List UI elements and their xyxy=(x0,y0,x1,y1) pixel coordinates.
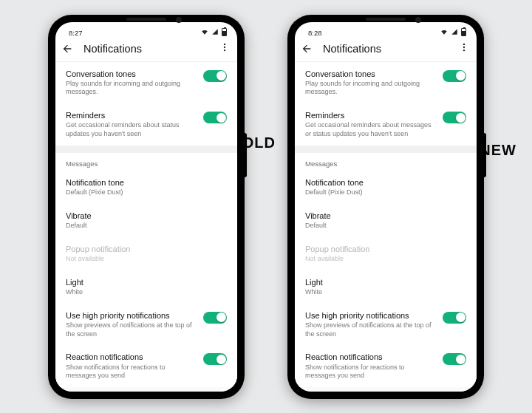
signal-icon xyxy=(211,28,219,37)
wifi-icon xyxy=(440,28,448,37)
reminders-row[interactable]: Reminders Get occasional reminders about… xyxy=(55,103,237,146)
row-title: Use high priority notifications xyxy=(305,310,435,321)
wifi-icon xyxy=(201,28,208,37)
row-title: Conversation tones xyxy=(66,69,196,79)
page-title: Notifications xyxy=(83,43,208,55)
conversation-tones-row[interactable]: Conversation tones Play sounds for incom… xyxy=(55,62,237,104)
signal-icon xyxy=(451,28,458,37)
row-subtitle: Get occasional reminders about status up… xyxy=(66,121,196,138)
overflow-menu-icon[interactable] xyxy=(457,42,471,55)
row-subtitle: Play sounds for incoming and outgoing me… xyxy=(66,80,196,97)
section-header-messages: Messages xyxy=(295,153,477,171)
reminders-row[interactable]: Reminders Get occasional reminders about… xyxy=(295,103,477,146)
row-title: Popup notification xyxy=(305,244,466,254)
badge-new: NEW xyxy=(480,142,516,159)
reaction-notifications-row[interactable]: Reaction notifications Show notification… xyxy=(55,345,237,387)
notification-tone-row[interactable]: Notification tone Default (Pixie Dust) xyxy=(55,171,237,204)
conversation-tones-toggle[interactable] xyxy=(203,70,227,82)
light-row[interactable]: Light White xyxy=(295,270,477,304)
row-title: Reminders xyxy=(305,110,435,120)
reaction-toggle[interactable] xyxy=(443,353,466,365)
status-time: 8:27 xyxy=(69,29,83,37)
reaction-toggle[interactable] xyxy=(203,353,227,365)
row-title: Reaction notifications xyxy=(305,352,435,362)
row-subtitle: Play sounds for incoming and outgoing me… xyxy=(305,80,435,97)
row-title: Light xyxy=(66,277,227,287)
battery-icon xyxy=(222,28,227,36)
svg-point-1 xyxy=(224,47,225,48)
svg-point-2 xyxy=(224,50,225,51)
phone-old: 8:27 Notifications Conversation tones Pl… xyxy=(48,15,245,399)
reaction-notifications-row[interactable]: Reaction notifications Show notification… xyxy=(295,345,477,387)
page-title: Notifications xyxy=(323,43,447,55)
row-subtitle: Default xyxy=(66,222,227,231)
vibrate-row[interactable]: Vibrate Default xyxy=(55,204,237,237)
row-subtitle: White xyxy=(66,288,227,297)
back-arrow-icon[interactable] xyxy=(61,43,73,55)
status-bar: 8:27 xyxy=(55,22,237,37)
row-subtitle: Default (Pixie Dust) xyxy=(66,188,227,197)
reminders-toggle[interactable] xyxy=(443,112,466,123)
row-title: Popup notification xyxy=(66,244,227,254)
row-subtitle: Show previews of notifications at the to… xyxy=(305,321,435,338)
popup-notification-row: Popup notification Not available xyxy=(55,237,237,270)
high-priority-toggle[interactable] xyxy=(203,312,227,324)
app-bar: Notifications xyxy=(295,37,477,62)
row-subtitle: Show notifications for reactions to mess… xyxy=(66,363,196,380)
row-subtitle: Default xyxy=(305,222,466,231)
status-bar: 8:28 xyxy=(295,22,477,37)
svg-point-4 xyxy=(463,47,465,48)
row-subtitle: Show previews of notifications at the to… xyxy=(66,321,196,338)
row-title: Conversation tones xyxy=(305,69,435,79)
section-header-messages: Messages xyxy=(55,153,237,171)
row-title: Vibrate xyxy=(305,211,466,221)
row-subtitle: Show notifications for reactions to mess… xyxy=(305,363,435,380)
row-title: Vibrate xyxy=(66,211,227,221)
row-title: Use high priority notifications xyxy=(66,310,196,321)
svg-point-0 xyxy=(224,44,225,45)
light-row[interactable]: Light White xyxy=(55,270,237,304)
svg-point-5 xyxy=(463,50,465,51)
row-title: Notification tone xyxy=(305,177,466,188)
high-priority-toggle[interactable] xyxy=(443,312,466,324)
row-title: Notification tone xyxy=(66,177,227,188)
conversation-tones-toggle[interactable] xyxy=(443,70,466,82)
row-subtitle: Not available xyxy=(305,255,466,264)
row-title: Reaction notifications xyxy=(66,352,196,362)
row-title: Reminders xyxy=(66,110,196,120)
conversation-tones-row[interactable]: Conversation tones Play sounds for incom… xyxy=(295,62,477,104)
row-subtitle: Get occasional reminders about messages … xyxy=(305,121,435,138)
phone-new: 8:28 Notifications Conversation tones Pl… xyxy=(287,15,484,399)
svg-point-3 xyxy=(463,44,465,45)
notification-tone-row[interactable]: Notification tone Default (Pixie Dust) xyxy=(295,171,477,204)
row-subtitle: Not available xyxy=(66,255,227,264)
high-priority-row[interactable]: Use high priority notifications Show pre… xyxy=(295,304,477,346)
app-bar: Notifications xyxy=(55,37,237,62)
row-subtitle: Default (Pixie Dust) xyxy=(305,188,466,197)
popup-notification-row: Popup notification Not available xyxy=(295,237,477,270)
reminders-toggle[interactable] xyxy=(203,112,227,123)
row-title: Light xyxy=(305,277,466,287)
battery-icon xyxy=(461,28,466,36)
status-time: 8:28 xyxy=(308,29,322,37)
high-priority-row[interactable]: Use high priority notifications Show pre… xyxy=(55,304,237,346)
overflow-menu-icon[interactable] xyxy=(218,42,231,55)
vibrate-row[interactable]: Vibrate Default xyxy=(295,204,477,237)
badge-old: OLD xyxy=(242,134,276,151)
back-arrow-icon[interactable] xyxy=(301,43,313,55)
row-subtitle: White xyxy=(305,288,466,297)
